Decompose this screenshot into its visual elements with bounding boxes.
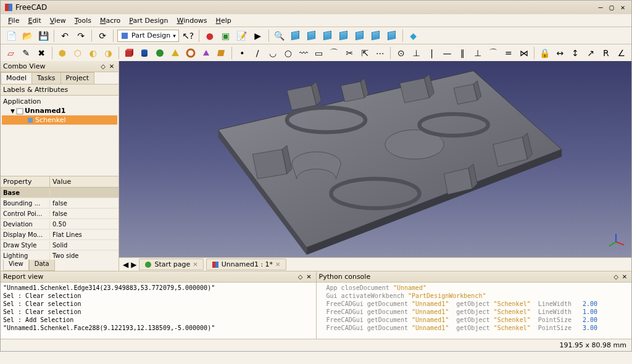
- tab-tasks[interactable]: Tasks: [31, 72, 60, 84]
- construction-icon[interactable]: ⋯: [374, 46, 387, 60]
- fillet-icon[interactable]: ⌒: [328, 46, 341, 60]
- cylinder-icon[interactable]: [138, 46, 151, 60]
- dist-v-icon[interactable]: ↕: [569, 46, 582, 60]
- equal-icon[interactable]: =: [502, 46, 515, 60]
- prism-icon[interactable]: [199, 46, 212, 60]
- revolve-icon[interactable]: ◐: [86, 46, 99, 60]
- right-view-icon[interactable]: [321, 29, 335, 43]
- menu-partdesign[interactable]: Part Design: [125, 15, 172, 26]
- front-view-icon[interactable]: [305, 29, 318, 43]
- panel-float-icon[interactable]: ◇: [612, 273, 620, 281]
- refresh-icon[interactable]: ⟳: [96, 29, 109, 43]
- menu-tools[interactable]: Tools: [71, 15, 95, 26]
- close-icon[interactable]: ✕: [275, 261, 280, 268]
- tab-scroll-left-icon[interactable]: ◀: [123, 260, 128, 269]
- vertical-icon[interactable]: |: [425, 46, 438, 60]
- prop-row[interactable]: LightingTwo side: [1, 250, 118, 260]
- zoom-fit-icon[interactable]: 🔍: [273, 29, 286, 43]
- leave-sketch-icon[interactable]: ✖: [35, 46, 48, 60]
- open-icon[interactable]: 📂: [20, 29, 34, 43]
- dist-h-icon[interactable]: ↔: [554, 46, 567, 60]
- minimize-button[interactable]: —: [596, 2, 605, 12]
- prop-row[interactable]: Display Mo...Flat Lines: [1, 230, 118, 240]
- 3d-viewport[interactable]: [119, 61, 631, 257]
- menu-help[interactable]: Help: [212, 15, 235, 26]
- report-body[interactable]: "Unnamed1.Schenkel.Edge314(23.949883,53.…: [1, 283, 316, 339]
- tangent-icon[interactable]: ⌒: [487, 46, 500, 60]
- tree-root[interactable]: Application: [2, 97, 117, 106]
- close-button[interactable]: ✕: [618, 2, 628, 12]
- iso-view-icon[interactable]: [289, 29, 302, 43]
- point-on-icon[interactable]: ⊥: [410, 46, 423, 60]
- angle-icon[interactable]: ∠: [615, 46, 628, 60]
- tab-scroll-right-icon[interactable]: ▶: [131, 260, 136, 269]
- coincident-icon[interactable]: ⊙: [394, 46, 407, 60]
- tab-model[interactable]: Model: [1, 72, 32, 84]
- top-view-icon[interactable]: [337, 29, 351, 43]
- doc-tab-unnamed1[interactable]: Unnamed1 : 1* ✕: [206, 259, 286, 270]
- symmetric-icon[interactable]: ⋈: [517, 46, 530, 60]
- box-icon[interactable]: [123, 46, 136, 60]
- python-body[interactable]: App closeDocument "Unnamed" Gui activate…: [317, 283, 632, 339]
- parallel-icon[interactable]: ∥: [456, 46, 469, 60]
- panel-close-icon[interactable]: ✕: [305, 273, 314, 281]
- record-icon[interactable]: ●: [203, 29, 217, 43]
- stop-icon[interactable]: ▣: [219, 29, 233, 43]
- doc-tab-startpage[interactable]: Start page ✕: [139, 259, 203, 270]
- pad-icon[interactable]: ⬢: [56, 46, 69, 60]
- wedge-icon[interactable]: [215, 46, 228, 60]
- external-icon[interactable]: ⇱: [359, 46, 372, 60]
- sphere-icon[interactable]: [154, 46, 167, 60]
- tree-item-schenkel[interactable]: Schenkel: [2, 115, 117, 125]
- lock-icon[interactable]: 🔒: [538, 46, 551, 60]
- rect-icon[interactable]: ▭: [312, 46, 325, 60]
- prop-row[interactable]: Control Poi...false: [1, 209, 118, 219]
- menu-windows[interactable]: Windows: [173, 15, 210, 26]
- tab-project[interactable]: Project: [60, 72, 95, 84]
- trim-icon[interactable]: ✂: [343, 46, 356, 60]
- edit-sketch-icon[interactable]: ✎: [20, 46, 33, 60]
- macro-edit-icon[interactable]: 📝: [235, 29, 249, 43]
- cone-icon[interactable]: [168, 46, 181, 60]
- groove-icon[interactable]: ◑: [102, 46, 115, 60]
- tree-view[interactable]: Application ▼ Unnamed1 Schenkel: [1, 96, 118, 176]
- measure-icon[interactable]: ◆: [407, 29, 420, 43]
- left-view-icon[interactable]: [369, 29, 383, 43]
- panel-float-icon[interactable]: ◇: [296, 273, 305, 281]
- save-icon[interactable]: 💾: [36, 29, 50, 43]
- tab-data[interactable]: Data: [29, 260, 55, 271]
- prop-row[interactable]: Bounding ...false: [1, 198, 118, 209]
- macro-run-icon[interactable]: ▶: [251, 29, 265, 43]
- bottom-view-icon[interactable]: [385, 29, 399, 43]
- perpendicular-icon[interactable]: ⊥: [472, 46, 484, 60]
- new-icon[interactable]: 📄: [4, 29, 18, 43]
- circle-icon[interactable]: ○: [281, 46, 294, 60]
- menu-file[interactable]: File: [4, 15, 23, 26]
- panel-close-icon[interactable]: ✕: [620, 273, 629, 281]
- polyline-icon[interactable]: 〰: [297, 46, 310, 60]
- tree-doc[interactable]: ▼ Unnamed1: [2, 106, 117, 115]
- maximize-button[interactable]: ▢: [607, 2, 617, 12]
- prop-row[interactable]: Deviation0.50: [1, 219, 118, 230]
- sketch-icon[interactable]: ▱: [4, 46, 17, 60]
- point-icon[interactable]: •: [236, 46, 249, 60]
- radius-icon[interactable]: R: [599, 46, 612, 60]
- horizontal-icon[interactable]: —: [441, 46, 454, 60]
- menu-edit[interactable]: Edit: [24, 15, 44, 26]
- tab-view[interactable]: View: [3, 260, 29, 271]
- whatsthis-icon[interactable]: ↖?: [181, 29, 195, 43]
- prop-row[interactable]: Draw StyleSolid: [1, 240, 118, 250]
- torus-icon[interactable]: [184, 46, 197, 60]
- pocket-icon[interactable]: ⬡: [71, 46, 84, 60]
- undo-icon[interactable]: ↶: [58, 29, 72, 43]
- redo-icon[interactable]: ↷: [74, 29, 88, 43]
- close-icon[interactable]: ✕: [193, 261, 198, 268]
- back-view-icon[interactable]: [353, 29, 367, 43]
- panel-float-icon[interactable]: ◇: [99, 62, 107, 71]
- line-icon[interactable]: /: [251, 46, 264, 60]
- distance-icon[interactable]: ↗: [584, 46, 597, 60]
- arc-icon[interactable]: ◡: [267, 46, 280, 60]
- menu-view[interactable]: View: [46, 15, 70, 26]
- panel-close-icon[interactable]: ✕: [107, 62, 116, 71]
- workbench-select[interactable]: Part Design ▾: [117, 30, 179, 42]
